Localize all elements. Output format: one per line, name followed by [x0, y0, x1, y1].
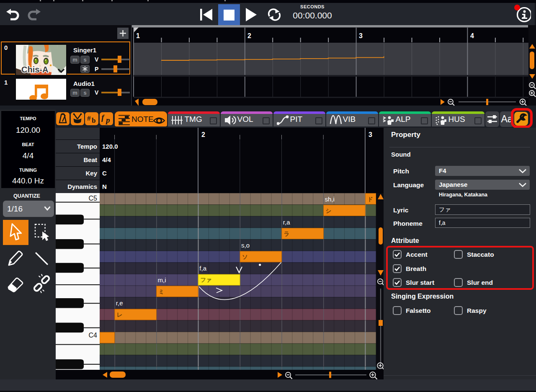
svg-text:Tempo: Tempo [77, 143, 97, 150]
svg-text:Chis-A: Chis-A [21, 65, 48, 74]
svg-text:sh,i: sh,i [325, 196, 335, 203]
svg-text:2: 2 [247, 32, 251, 39]
svg-text:120.0: 120.0 [102, 143, 118, 150]
svg-text:b: b [92, 116, 95, 124]
svg-text:シ: シ [326, 208, 332, 214]
svg-text:ソ: ソ [242, 254, 248, 260]
svg-text:r,e: r,e [116, 299, 123, 307]
svg-text:r,a: r,a [283, 219, 290, 226]
svg-text:f,a: f,a [199, 265, 206, 272]
svg-text:ド: ド [367, 196, 373, 202]
svg-text:N: N [102, 183, 107, 190]
svg-text:1: 1 [136, 32, 140, 39]
svg-text:s,o: s,o [241, 242, 250, 249]
svg-text:Key: Key [85, 170, 97, 177]
svg-text:C4: C4 [89, 332, 98, 339]
svg-text:2: 2 [201, 131, 205, 138]
svg-text:C5: C5 [89, 195, 98, 202]
svg-text:C: C [102, 170, 107, 177]
svg-text:m,i: m,i [158, 276, 166, 284]
svg-text:4/4: 4/4 [102, 156, 111, 163]
svg-text:ミ: ミ [159, 289, 165, 295]
svg-text:f: f [101, 113, 105, 122]
svg-text:ファ: ファ [200, 277, 212, 283]
svg-text:4: 4 [470, 32, 474, 39]
svg-text:レ: レ [117, 312, 123, 318]
svg-text:3: 3 [368, 131, 372, 138]
svg-text:Dynamics: Dynamics [67, 183, 97, 190]
svg-text:p: p [105, 116, 110, 124]
svg-text:3: 3 [359, 32, 363, 39]
svg-text:ラ: ラ [284, 231, 290, 237]
svg-text:Beat: Beat [83, 156, 97, 163]
svg-text:#: # [87, 114, 91, 122]
